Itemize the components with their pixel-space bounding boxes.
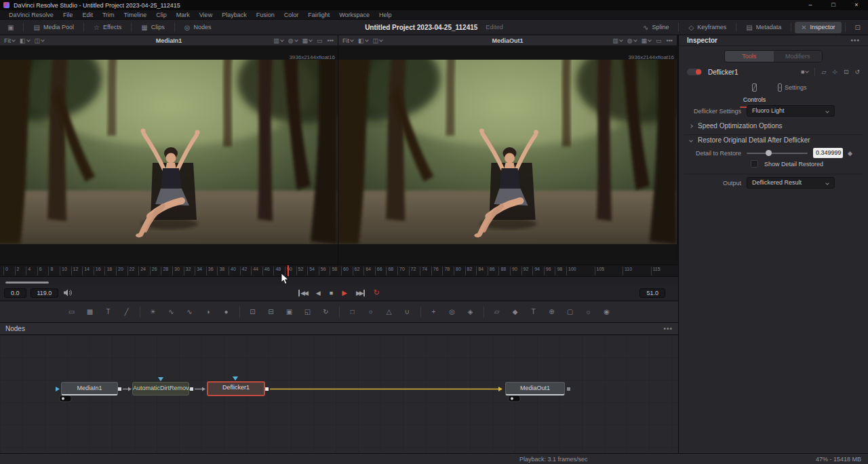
show-detail-restored-checkbox[interactable]: [751, 160, 758, 168]
output-dropdown[interactable]: Deflickered Result: [747, 177, 835, 189]
tab-modifiers[interactable]: Modifiers: [774, 51, 823, 62]
keyframe-diamond-icon[interactable]: ◆: [848, 150, 852, 157]
color-curves-icon[interactable]: ∿: [166, 308, 177, 315]
timeline-ruler[interactable]: 0246810121416182022242628303234363840424…: [0, 265, 678, 277]
node-mediain1[interactable]: MediaIn1: [61, 382, 118, 395]
grid-overlay-icon[interactable]: ▦: [642, 37, 652, 44]
node-automaticdirtremoval[interactable]: AutomaticDirtRemov...: [132, 382, 189, 395]
metadata-button[interactable]: ▤ Metadata: [740, 22, 787, 33]
zoom-mode-dropdown[interactable]: Fit: [342, 37, 353, 44]
rectangle-mask-icon[interactable]: □: [347, 308, 358, 315]
color-corrector-icon[interactable]: ☀: [148, 308, 159, 315]
loop-button[interactable]: ↻: [374, 288, 380, 297]
subtab-settings[interactable]: ◦ Settings: [778, 80, 808, 104]
text-icon[interactable]: T: [103, 308, 114, 315]
in-point-field[interactable]: 0.0: [4, 288, 26, 298]
merge-3d-icon[interactable]: ⊕: [547, 308, 557, 315]
play-button[interactable]: ▶: [342, 289, 347, 296]
node-deflicker1[interactable]: Deflicker1: [207, 381, 265, 396]
matte-control-icon[interactable]: ⊟: [266, 308, 277, 315]
lut-icon[interactable]: ◍: [288, 37, 298, 44]
go-to-last-frame-button[interactable]: ▶▶: [356, 290, 365, 296]
media-pool-button[interactable]: ▤ Media Pool: [27, 22, 79, 33]
reset-icon[interactable]: ↺: [854, 69, 860, 75]
subtab-controls[interactable]: ╱ Controls: [740, 80, 770, 104]
minimize-button[interactable]: –: [799, 0, 822, 10]
timeline-zoom-scrollbar[interactable]: [5, 282, 49, 284]
transform-icon[interactable]: ↻: [321, 308, 332, 315]
resize-icon[interactable]: ◱: [302, 308, 313, 315]
detail-to-restore-slider[interactable]: [747, 153, 808, 154]
view-layout-icon[interactable]: ▥: [273, 37, 283, 44]
stop-button[interactable]: ■: [330, 290, 333, 296]
inspector-button[interactable]: ✕ Inspector: [795, 22, 841, 33]
paint-icon[interactable]: ╱: [121, 308, 132, 315]
color-keyer-icon[interactable]: ▣: [284, 308, 295, 315]
spotlight-icon[interactable]: ☼: [583, 308, 594, 315]
planar-tracker-icon[interactable]: ◎: [447, 308, 458, 315]
blur-icon[interactable]: ●: [221, 308, 232, 315]
version-dropdown[interactable]: ■: [801, 69, 808, 75]
split-wipe-icon[interactable]: ◫: [35, 37, 45, 44]
menu-help[interactable]: Help: [374, 10, 397, 20]
expand-viewer-icon[interactable]: ▭: [656, 37, 662, 44]
right-viewer-canvas[interactable]: 3936x2144xfloat16: [338, 46, 677, 264]
inspector-options-icon[interactable]: •••: [850, 37, 860, 44]
menu-trim[interactable]: Trim: [98, 10, 119, 20]
menu-edit[interactable]: Edit: [77, 10, 98, 20]
dual-monitor-button[interactable]: ⊡: [849, 22, 867, 33]
menu-fairlight[interactable]: Fairlight: [303, 10, 334, 20]
zoom-mode-dropdown[interactable]: Fit: [4, 37, 15, 44]
lut-icon[interactable]: ◍: [627, 37, 637, 44]
menu-mark[interactable]: Mark: [172, 10, 195, 20]
menu-color[interactable]: Color: [279, 10, 304, 20]
nodes-button[interactable]: ◎ Nodes: [178, 22, 218, 33]
current-frame-field[interactable]: 51.0: [639, 288, 665, 298]
ab-buffer-icon[interactable]: ◧: [20, 37, 30, 44]
close-button[interactable]: ×: [845, 0, 868, 10]
camera-tracker-icon[interactable]: ◈: [465, 308, 476, 315]
node-graph[interactable]: MediaIn1 AutomaticDirtRemov... Deflicker…: [0, 335, 678, 453]
hue-curves-icon[interactable]: ∿: [184, 308, 195, 315]
background-icon[interactable]: ▭: [66, 308, 77, 315]
merge-icon[interactable]: ⊡: [248, 308, 258, 315]
menu-workspace[interactable]: Workspace: [334, 10, 374, 20]
nodes-options-icon[interactable]: •••: [663, 325, 673, 332]
copy-settings-icon[interactable]: ▱: [821, 69, 826, 75]
menu-timeline[interactable]: Timeline: [119, 10, 152, 20]
menu-file[interactable]: File: [58, 10, 78, 20]
menu-view[interactable]: View: [195, 10, 217, 20]
brightness-contrast-icon[interactable]: ◑: [203, 308, 214, 315]
split-wipe-icon[interactable]: ◫: [373, 37, 383, 44]
node-mediaout1[interactable]: MediaOut1: [505, 382, 565, 395]
deflicker-settings-dropdown[interactable]: Fluoro Light: [747, 105, 835, 117]
cube-3d-icon[interactable]: ▢: [565, 308, 576, 315]
speed-optimization-section[interactable]: Speed Optimization Options: [679, 122, 783, 130]
image-plane-3d-icon[interactable]: ▱: [492, 308, 502, 315]
menu-fusion[interactable]: Fusion: [252, 10, 279, 20]
tracker-icon[interactable]: +: [429, 308, 439, 315]
bspline-mask-icon[interactable]: ∪: [402, 308, 413, 315]
effects-button[interactable]: ☆ Effects: [87, 22, 127, 33]
menu-davinci-resolve[interactable]: DaVinci Resolve: [4, 10, 58, 20]
ellipse-mask-icon[interactable]: ○: [366, 308, 376, 315]
fastnoise-icon[interactable]: ▩: [85, 308, 96, 315]
lock-icon[interactable]: ⊡: [844, 69, 849, 75]
node-enable-toggle[interactable]: [687, 69, 702, 75]
tab-tools[interactable]: Tools: [725, 51, 774, 62]
speaker-icon[interactable]: [64, 289, 73, 296]
ab-buffer-icon[interactable]: ◧: [358, 37, 368, 44]
spline-button[interactable]: ∿ Spline: [637, 22, 675, 33]
viewer-options-icon[interactable]: •••: [328, 37, 334, 44]
play-reverse-button[interactable]: ◀: [316, 290, 321, 296]
polygon-mask-icon[interactable]: △: [384, 308, 395, 315]
go-to-first-frame-button[interactable]: ◀◀: [298, 290, 307, 296]
maximize-button[interactable]: □: [822, 0, 845, 10]
text-3d-icon[interactable]: T: [528, 308, 539, 315]
camera-3d-icon[interactable]: ◉: [601, 308, 612, 315]
viewer-options-icon[interactable]: •••: [667, 37, 673, 44]
menu-clip[interactable]: Clip: [151, 10, 172, 20]
restore-detail-section[interactable]: Restore Original Detail After Deflicker: [679, 136, 810, 144]
menu-playback[interactable]: Playback: [217, 10, 252, 20]
shape-3d-icon[interactable]: ◆: [510, 308, 521, 315]
